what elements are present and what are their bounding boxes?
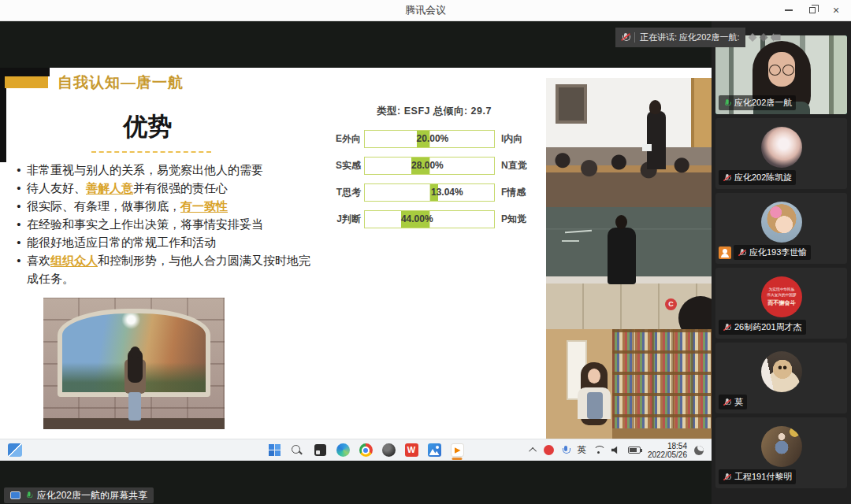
slide-section-title: 优势: [75, 110, 221, 143]
bullet-text: 能很好地适应日常的常规工作和活动: [27, 233, 216, 251]
bullet-dot: •: [11, 179, 27, 197]
wps-writer-taskbar-button[interactable]: W: [403, 441, 419, 460]
chart-value-label: 13.04%: [431, 187, 463, 198]
bullet-dot: •: [11, 251, 27, 287]
chart-row: S实感28.00%N直觉: [329, 152, 539, 179]
red-app-icon[interactable]: [544, 445, 554, 455]
chart-right-label: N直觉: [495, 159, 528, 172]
taskbar-app-icons: W: [266, 439, 465, 461]
clock-date: 2022/05/26: [648, 450, 687, 459]
mic-muted-icon: [723, 398, 730, 407]
participant-name: 应化202陈凯旋: [734, 172, 792, 183]
clock[interactable]: 18:54 2022/05/26: [648, 442, 687, 459]
avatar: [761, 351, 802, 392]
chart-left-label: J判断: [329, 213, 364, 226]
bullet-text: 很实际、有条理，做事彻底，有一致性: [27, 197, 228, 215]
wps-presentation-icon: [451, 443, 464, 457]
task-view-taskbar-button[interactable]: [312, 441, 328, 460]
dark-app-taskbar-button[interactable]: [381, 441, 396, 460]
mic-on-icon: [723, 98, 730, 108]
banner-mic-icon: [25, 491, 32, 499]
video-tile[interactable]: 为实现中华民族伟大复兴的中国梦而不懈奋斗26制药201周才杰: [715, 268, 847, 339]
photos-taskbar-button[interactable]: [426, 441, 442, 460]
classroom-door: [691, 78, 712, 154]
meeting-app: 自我认知—唐一航 优势 •非常重视与别人的关系，易觉察出他人的需要•待人友好、善…: [0, 21, 851, 504]
close-button[interactable]: ×: [824, 0, 848, 20]
tile-footer: 应化202唐一航: [719, 95, 796, 110]
volume-icon[interactable]: [611, 447, 621, 454]
avatar: [761, 127, 802, 168]
bullet-dot: •: [11, 215, 27, 233]
system-tray: 英 18:54 2022/05/26: [531, 439, 704, 461]
wps-presentation-taskbar-button[interactable]: [449, 441, 465, 460]
chart-right-label: P知觉: [495, 213, 528, 226]
search-taskbar-button[interactable]: [289, 441, 305, 460]
chart-right-label: F情感: [495, 186, 528, 199]
chart-left-label: E外向: [329, 132, 364, 146]
participant-namebar: 应化193李世愉: [734, 245, 811, 260]
chart-value-label: 44.00%: [401, 213, 433, 224]
chart-row: T思考13.04%F情感: [329, 179, 539, 206]
blackboard-presenter: [608, 228, 636, 284]
edge-taskbar-button[interactable]: [335, 441, 351, 460]
bullet-item: •非常重视与别人的关系，易觉察出他人的需要: [11, 161, 317, 179]
chart-left-label: T思考: [329, 186, 364, 199]
library-person-overalls: [587, 392, 603, 419]
classroom-presenter: [647, 111, 666, 169]
chart-bar-box: 13.04%: [364, 183, 495, 202]
ime-language-indicator[interactable]: 英: [577, 444, 586, 456]
chalk-writing: [562, 240, 579, 242]
chart-bar-box: 28.00%: [364, 157, 495, 175]
wifi-icon[interactable]: [593, 446, 604, 454]
chart-row: E外向20.00%I内向: [329, 125, 539, 152]
watermark-arrows-icon: [749, 33, 781, 42]
avatar: [761, 202, 802, 243]
chart-right-label: I内向: [495, 132, 528, 146]
task-view-icon: [314, 444, 326, 456]
mic-muted-icon: [738, 248, 745, 258]
participant-namebar: 应化202唐一航: [719, 95, 796, 110]
screen-share-region: 自我认知—唐一航 优势 •非常重视与别人的关系，易觉察出他人的需要•待人友好、善…: [0, 21, 712, 504]
battery-icon[interactable]: [628, 447, 641, 454]
blackboard-presenter-head: [615, 215, 627, 229]
close-icon: ×: [833, 5, 839, 16]
classroom-paper: [642, 144, 652, 151]
video-tile[interactable]: 应化202陈凯旋: [715, 118, 847, 189]
dark-app-icon: [382, 443, 396, 457]
video-tile[interactable]: 应化202唐一航: [715, 35, 847, 114]
widgets-icon[interactable]: [8, 443, 22, 457]
chrome-taskbar-button[interactable]: [358, 441, 373, 460]
avatar-slogan-line: 而不懈奋斗: [767, 299, 796, 307]
tray-chevron-icon[interactable]: [530, 447, 537, 455]
classroom-window: [556, 84, 587, 124]
participant-namebar: 工程191付黎明: [719, 469, 796, 484]
participant-name: 莫: [734, 396, 743, 408]
chart-title: 类型: ESFJ 总倾向: 29.7: [329, 105, 539, 118]
bullet-item: •能很好地适应日常的常规工作和活动: [11, 233, 317, 251]
highlighted-phrase: 组织众人: [50, 254, 98, 267]
tray-mic-icon[interactable]: [561, 445, 570, 456]
toast-mic-muted-icon: [621, 32, 630, 43]
member-badge-icon: [719, 246, 731, 259]
start-taskbar-button[interactable]: [266, 441, 282, 460]
chart-bar-box: 20.00%: [364, 130, 495, 148]
video-person-glasses: [767, 65, 796, 75]
moon-icon[interactable]: [694, 446, 704, 455]
video-tile[interactable]: 工程191付黎明: [715, 417, 847, 488]
windows-taskbar: W 英 18:54 2022/05/26: [0, 439, 712, 461]
chart-value-label: 28.00%: [411, 160, 444, 171]
toast-divider: [634, 32, 635, 43]
speaking-toast: 正在讲话: 应化202唐一航:: [615, 28, 781, 47]
chart-rows: E外向20.00%I内向S实感28.00%N直觉T思考13.04%F情感J判断4…: [329, 125, 539, 232]
screen-share-banner: 应化202唐一航的屏幕共享: [4, 487, 154, 503]
bullet-dot: •: [11, 161, 27, 179]
chart-row: J判断44.00%P知觉: [329, 206, 539, 232]
video-tile[interactable]: 莫: [715, 343, 847, 413]
restore-button[interactable]: [801, 0, 824, 20]
window-titlebar: 腾讯会议 ×: [0, 0, 851, 21]
minimize-button[interactable]: [777, 0, 801, 20]
tile-footer: 应化202陈凯旋: [719, 170, 796, 185]
avatar-slogan-line: 伟大复兴的中国梦: [767, 293, 796, 297]
video-tile[interactable]: 应化193李世愉: [715, 193, 847, 264]
bullet-dot: •: [11, 233, 27, 251]
